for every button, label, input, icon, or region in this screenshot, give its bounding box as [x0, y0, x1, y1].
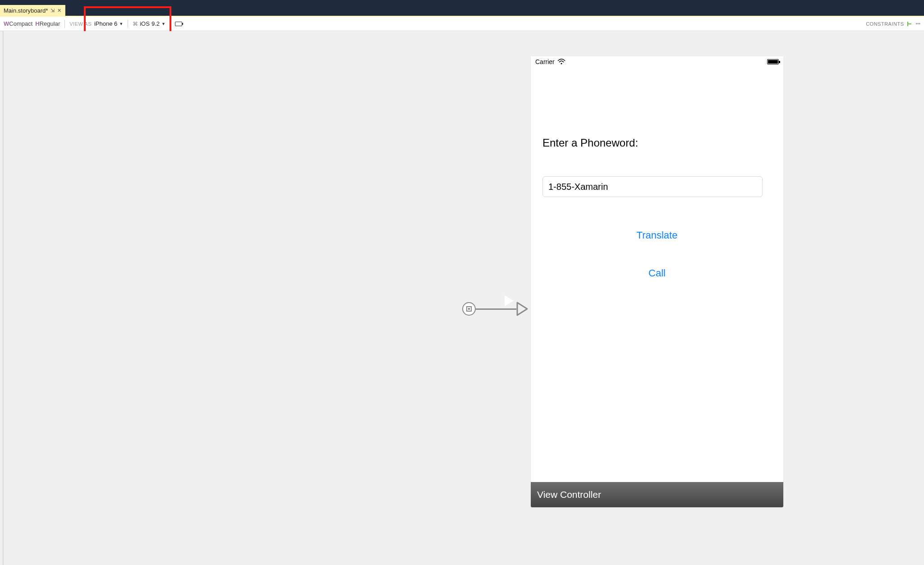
apple-icon: ⌘ — [133, 21, 138, 27]
close-icon[interactable]: ✕ — [57, 8, 61, 14]
segue-line — [476, 308, 516, 310]
ios-version-dropdown[interactable]: ⌘ iOS 9.2 ▼ — [133, 20, 165, 27]
view-as-label: VIEW AS — [69, 21, 92, 27]
constraints-label: CONSTRAINTS — [866, 21, 904, 27]
ios-version-value: 9.2 — [152, 20, 160, 27]
storyboard-canvas[interactable]: Carrier Enter a Ph — [3, 31, 924, 565]
device-dropdown-value: iPhone 6 — [94, 20, 117, 27]
caret-down-icon: ▼ — [161, 22, 165, 26]
phoneword-label[interactable]: Enter a Phoneword: — [542, 137, 772, 149]
designer-toolbar: WCompact HRegular VIEW AS iPhone 6 ▼ ⌘ i… — [0, 17, 924, 31]
svg-marker-0 — [517, 303, 527, 315]
call-button[interactable]: Call — [542, 267, 772, 279]
device-canvas-iphone[interactable]: Carrier Enter a Ph — [531, 56, 783, 507]
document-tab-main-storyboard[interactable]: Main.storyboard* ⇲ ✕ — [0, 5, 65, 16]
constraints-icon[interactable] — [906, 21, 913, 27]
size-class-width[interactable]: WCompact — [4, 20, 32, 27]
more-icon[interactable]: ••• — [915, 23, 920, 25]
svg-point-1 — [561, 63, 562, 64]
arrow-right-icon — [516, 301, 530, 317]
size-class-height[interactable]: HRegular — [35, 20, 60, 27]
toolbar-separator — [64, 20, 65, 28]
translate-button[interactable]: Translate — [542, 230, 772, 241]
phoneword-textfield[interactable] — [542, 176, 763, 197]
view-controller-root-view[interactable]: Enter a Phoneword: Translate Call — [531, 67, 783, 290]
caret-down-icon: ▼ — [119, 22, 123, 26]
orientation-landscape-icon[interactable] — [175, 22, 182, 26]
size-class-w-prefix: W — [4, 20, 9, 27]
toolbar-separator — [128, 20, 128, 28]
size-class-w-value: Compact — [9, 20, 32, 27]
ios-label: iOS — [140, 20, 150, 27]
canvas-left-guide — [3, 31, 4, 565]
carrier-label: Carrier — [535, 58, 555, 65]
status-bar: Carrier — [531, 56, 783, 67]
wifi-icon — [557, 59, 565, 65]
scene-dock-title: View Controller — [537, 489, 601, 500]
initial-view-controller-segue[interactable] — [462, 297, 530, 321]
document-tab-title: Main.storyboard* — [4, 7, 48, 14]
toolbar-right: CONSTRAINTS ••• — [866, 21, 920, 27]
toolbar-separator — [170, 20, 170, 28]
scene-dock[interactable]: View Controller — [531, 482, 783, 507]
size-class-h-prefix: H — [35, 20, 39, 27]
size-class-h-value: Regular — [40, 20, 60, 27]
pin-icon[interactable]: ⇲ — [51, 8, 55, 14]
window-titlebar — [0, 0, 924, 5]
device-dropdown[interactable]: iPhone 6 ▼ — [94, 20, 123, 27]
battery-icon — [767, 59, 779, 64]
document-tab-strip: Main.storyboard* ⇲ ✕ — [0, 5, 924, 16]
segue-source-icon — [462, 302, 476, 316]
